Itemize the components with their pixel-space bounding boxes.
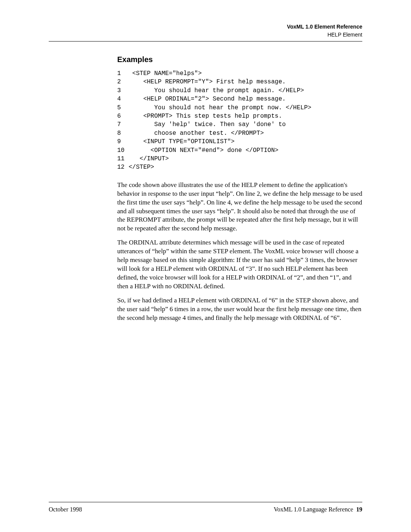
line-number: 8	[117, 129, 129, 137]
line-code: <INPUT TYPE="OPTIONLIST">	[129, 137, 234, 146]
page-number: 19	[356, 506, 362, 513]
line-code: </INPUT>	[129, 155, 169, 163]
code-line: 9 <INPUT TYPE="OPTIONLIST">	[117, 137, 362, 146]
code-line: 1 <STEP NAME="helps">	[117, 69, 362, 78]
code-line: 11 </INPUT>	[117, 155, 362, 163]
line-number: 3	[117, 86, 129, 95]
line-number: 1	[117, 69, 129, 78]
line-code: <PROMPT> This step tests help prompts.	[129, 112, 282, 120]
line-code: You should hear the prompt again. </HELP…	[129, 86, 304, 95]
line-number: 9	[117, 137, 129, 146]
code-line: 3 You should hear the prompt again. </HE…	[117, 86, 362, 95]
footer-reference: VoxML 1.0 Language Reference 19	[274, 506, 362, 513]
line-number: 4	[117, 95, 129, 103]
code-line: 7 Say 'help' twice. Then say 'done' to	[117, 120, 362, 129]
section-heading: Examples	[117, 55, 362, 64]
header-divider	[49, 41, 362, 42]
line-code: You should not hear the prompt now. </HE…	[129, 104, 311, 112]
line-number: 12	[117, 163, 129, 171]
line-code: <STEP NAME="helps">	[129, 69, 202, 78]
body-paragraph: The ORDINAL attribute determines which m…	[117, 238, 362, 291]
line-number: 2	[117, 78, 129, 86]
code-line: 8 choose another test. </PROMPT>	[117, 129, 362, 137]
footer-date: October 1998	[49, 506, 82, 513]
code-line: 5 You should not hear the prompt now. </…	[117, 104, 362, 112]
footer-right-text: VoxML 1.0 Language Reference	[274, 506, 353, 513]
body-paragraph: The code shown above illustrates the use…	[117, 181, 362, 233]
line-code: Say 'help' twice. Then say 'done' to	[129, 120, 286, 129]
line-code: <HELP REPROMPT="Y"> First help message.	[129, 78, 286, 86]
header-title: VoxML 1.0 Element Reference	[49, 23, 362, 31]
paragraphs-container: The code shown above illustrates the use…	[117, 181, 362, 323]
code-line: 12</STEP>	[117, 163, 362, 171]
line-number: 10	[117, 146, 129, 155]
code-line: 6 <PROMPT> This step tests help prompts.	[117, 112, 362, 120]
page-footer: October 1998 VoxML 1.0 Language Referenc…	[49, 506, 362, 513]
line-code: </STEP>	[129, 163, 154, 171]
code-example: 1 <STEP NAME="helps">2 <HELP REPROMPT="Y…	[117, 69, 362, 172]
document-page: VoxML 1.0 Element Reference HELP Element…	[0, 0, 411, 532]
code-line: 10 <OPTION NEXT="#end"> done </OPTION>	[117, 146, 362, 155]
line-number: 5	[117, 104, 129, 112]
line-code: <OPTION NEXT="#end"> done </OPTION>	[129, 146, 279, 155]
code-line: 2 <HELP REPROMPT="Y"> First help message…	[117, 78, 362, 86]
line-code: <HELP ORDINAL="2"> Second help message.	[129, 95, 286, 103]
footer-divider	[49, 502, 362, 502]
line-code: choose another test. </PROMPT>	[129, 129, 264, 137]
code-line: 4 <HELP ORDINAL="2"> Second help message…	[117, 95, 362, 103]
line-number: 11	[117, 155, 129, 163]
page-header: VoxML 1.0 Element Reference HELP Element	[49, 23, 362, 39]
line-number: 7	[117, 120, 129, 129]
body-paragraph: So, if we had defined a HELP element wit…	[117, 296, 362, 323]
header-subtitle: HELP Element	[49, 31, 362, 39]
content-area: Examples 1 <STEP NAME="helps">2 <HELP RE…	[117, 55, 362, 502]
line-number: 6	[117, 112, 129, 120]
